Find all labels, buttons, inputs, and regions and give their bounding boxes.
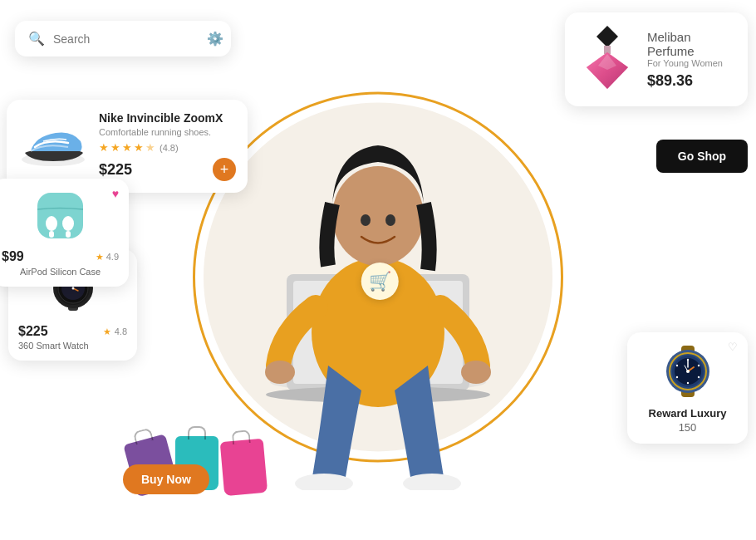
svg-rect-31 — [66, 231, 71, 238]
nike-shoe-image — [18, 118, 89, 175]
reward-title: Reward Luxury — [637, 407, 738, 420]
reward-number: 150 — [637, 421, 738, 434]
nike-subtitle: Comfortable running shoes. — [99, 127, 236, 137]
svg-point-42 — [686, 370, 690, 373]
airpod-rating-num: 4.9 — [106, 252, 119, 262]
svg-point-11 — [461, 361, 491, 384]
svg-point-21 — [71, 287, 74, 290]
airpod-rating: ★ 4.9 — [96, 252, 119, 263]
cart-sticker: 🛒 — [361, 263, 399, 300]
buy-now-button[interactable]: Buy Now — [123, 464, 209, 494]
watch-rating-num: 4.8 — [115, 326, 127, 336]
airpod-name: AirPod Silicon Case — [2, 267, 119, 277]
search-input[interactable] — [53, 32, 199, 46]
perfume-tagline: For Young Women — [647, 58, 736, 68]
svg-point-28 — [46, 216, 57, 231]
airpod-heart-icon[interactable]: ♥ — [112, 187, 119, 200]
svg-point-5 — [332, 166, 424, 266]
search-card: 🔍 ⚙️ — [15, 21, 231, 56]
airpod-details: $99 ★ 4.9 — [2, 249, 119, 264]
airpod-star: ★ — [96, 252, 104, 263]
svg-rect-27 — [37, 193, 83, 238]
svg-point-10 — [265, 361, 295, 384]
svg-point-47 — [675, 376, 677, 378]
svg-point-43 — [686, 359, 688, 361]
watch-name: 360 Smart Watch — [18, 341, 127, 351]
nike-title: Nike Invincible ZoomX — [99, 111, 236, 125]
svg-point-48 — [675, 365, 677, 366]
perfume-card: Meliban Perfume For Young Women $89.36 — [565, 12, 748, 106]
svg-point-6 — [361, 214, 371, 226]
perfume-price: $89.36 — [647, 72, 736, 90]
nike-rating: (4.8) — [160, 143, 179, 153]
svg-marker-22 — [596, 26, 618, 47]
nike-info: Nike Invincible ZoomX Comfortable runnin… — [99, 111, 236, 181]
nike-price: $225 — [99, 161, 132, 179]
star-2: ★ — [110, 141, 120, 154]
watch-rating: ★ 4.8 — [103, 326, 127, 337]
watch-price: $225 — [18, 324, 48, 339]
svg-point-44 — [697, 365, 699, 366]
star-3: ★ — [122, 141, 132, 154]
star-5: ★ — [145, 141, 155, 154]
star-4: ★ — [134, 141, 144, 154]
svg-rect-30 — [49, 231, 54, 238]
svg-point-46 — [686, 382, 688, 384]
svg-point-29 — [62, 216, 74, 231]
bag-pink — [220, 439, 268, 496]
airpod-card: ♥ $99 ★ 4.9 AirPod Silicon Case — [0, 179, 129, 287]
airpod-price: $99 — [2, 249, 24, 264]
nike-stars: ★ ★ ★ ★ ★ (4.8) — [99, 141, 236, 154]
reward-heart-icon[interactable]: ♡ — [728, 341, 738, 353]
watch-star: ★ — [103, 326, 111, 337]
star-1: ★ — [99, 141, 109, 154]
svg-point-45 — [697, 376, 699, 378]
search-icon: 🔍 — [28, 31, 45, 47]
add-to-cart-button[interactable]: + — [213, 158, 236, 181]
perfume-brand: Meliban Perfume — [647, 30, 736, 58]
perfume-info: Meliban Perfume For Young Women $89.36 — [647, 30, 736, 90]
go-shop-button[interactable]: Go Shop — [656, 140, 748, 173]
svg-point-7 — [385, 214, 395, 226]
reward-card: ♡ Reward Luxury 150 — [627, 332, 748, 444]
filter-icon[interactable]: ⚙️ — [207, 31, 223, 47]
